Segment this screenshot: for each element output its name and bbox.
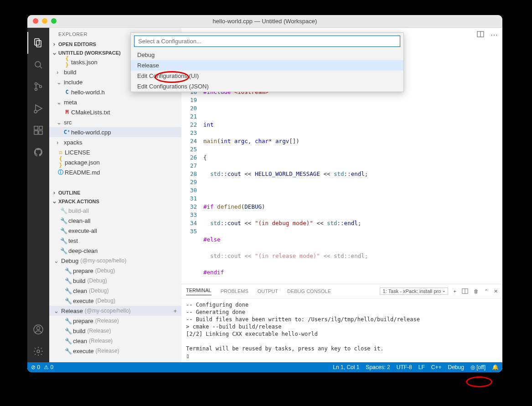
panel-tabs: TERMINAL PROBLEMS OUTPUT DEBUG CONSOLE 1… <box>181 284 502 298</box>
status-warnings[interactable]: ⚠ 0 <box>44 364 53 370</box>
more-actions-icon[interactable]: ⋯ <box>491 31 498 39</box>
svg-point-8 <box>34 110 37 113</box>
svg-point-5 <box>35 88 37 91</box>
svg-rect-0 <box>35 39 39 45</box>
svg-rect-12 <box>39 126 42 129</box>
file-readme[interactable]: ⓘREADME.md <box>49 167 181 177</box>
maximize-panel-icon[interactable]: ⌃ <box>484 288 488 294</box>
run-view-icon[interactable] <box>27 98 49 119</box>
split-terminal-icon[interactable] <box>462 288 468 294</box>
svg-rect-11 <box>39 131 42 134</box>
xpack-clean-all[interactable]: 🔧clean-all <box>49 216 181 226</box>
quickpick-item-edit-json[interactable]: Edit Configurations (JSON) <box>131 81 403 92</box>
split-editor-icon[interactable] <box>477 31 484 39</box>
svg-line-3 <box>40 67 42 69</box>
xpack-execute-all[interactable]: 🔧execute-all <box>49 226 181 236</box>
minimize-window-button[interactable] <box>42 18 47 24</box>
file-cmakelists[interactable]: MCMakeLists.txt <box>49 107 181 117</box>
status-language[interactable]: C++ <box>431 364 442 370</box>
close-panel-icon[interactable]: ✕ <box>494 288 498 294</box>
xpack-release-config[interactable]: ⌄Release(@my-scope/hello)+ <box>49 306 181 316</box>
extensions-view-icon[interactable] <box>27 119 49 141</box>
quickpick-item-edit-ui[interactable]: Edit Configurations (UI) <box>131 71 403 81</box>
terminal-output[interactable]: -- Configuring done -- Generating done -… <box>181 298 502 362</box>
editor-actions: ⋯ <box>477 31 498 39</box>
status-eol[interactable]: LF <box>418 364 425 370</box>
xpack-test[interactable]: 🔧test <box>49 236 181 246</box>
file-hello-world-cpp[interactable]: C⁺hello-world.cpp <box>49 127 181 137</box>
status-spaces[interactable]: Spaces: 2 <box>366 364 390 370</box>
terminal-selector[interactable]: 1: Task - xPack: install pro <box>380 288 448 295</box>
xpack-prepare-debug[interactable]: 🔧prepare(Debug) <box>49 266 181 276</box>
folder-xpacks[interactable]: ›xpacks <box>49 137 181 147</box>
xpack-deep-clean[interactable]: 🔧deep-clean <box>49 246 181 256</box>
svg-point-15 <box>37 350 40 353</box>
vscode-window: hello-world.cpp — Untitled (Workspace) <box>27 15 502 372</box>
scm-view-icon[interactable] <box>27 76 49 98</box>
folder-meta[interactable]: ⌄meta <box>49 97 181 107</box>
svg-point-2 <box>35 62 41 67</box>
close-window-button[interactable] <box>33 18 38 24</box>
new-terminal-icon[interactable]: + <box>454 288 456 294</box>
file-license[interactable]: ⚖LICENSE <box>49 147 181 157</box>
xpack-debug-config[interactable]: ⌄Debug(@my-scope/hello) <box>49 256 181 266</box>
xpack-clean-release[interactable]: 🔧clean(Release) <box>49 336 181 346</box>
quickpick: Debug Release Edit Configurations (UI) E… <box>130 32 404 92</box>
xpack-build-debug[interactable]: 🔧build(Debug) <box>49 276 181 286</box>
status-screencast[interactable]: ◎ [off] <box>470 364 486 370</box>
status-bar: ⊘ 0 ⚠ 0 Ln 1, Col 1 Spaces: 2 UTF-8 LF C… <box>27 362 502 372</box>
bottom-panel: TERMINAL PROBLEMS OUTPUT DEBUG CONSOLE 1… <box>181 284 502 362</box>
trash-terminal-icon[interactable]: 🗑 <box>474 288 479 294</box>
explorer-view-icon[interactable] <box>27 32 49 54</box>
svg-point-4 <box>35 83 37 85</box>
accounts-icon[interactable] <box>27 319 49 340</box>
xpack-actions-section[interactable]: ⌄XPACK ACTIONS <box>49 197 181 206</box>
window-controls <box>33 18 57 24</box>
quickpick-item-release[interactable]: Release <box>131 60 403 71</box>
svg-point-13 <box>37 327 40 330</box>
status-encoding[interactable]: UTF-8 <box>397 364 412 370</box>
quickpick-item-debug[interactable]: Debug <box>131 50 403 60</box>
search-view-icon[interactable] <box>27 54 49 76</box>
settings-gear-icon[interactable] <box>27 340 49 362</box>
status-lncol[interactable]: Ln 1, Col 1 <box>333 364 359 370</box>
tab-debug-console[interactable]: DEBUG CONSOLE <box>287 288 331 294</box>
xpack-build-release[interactable]: 🔧build(Release) <box>49 326 181 336</box>
xpack-actions-list: 🔧build-all 🔧clean-all 🔧execute-all 🔧test… <box>49 206 181 362</box>
github-view-icon[interactable] <box>27 141 49 163</box>
xpack-prepare-release[interactable]: 🔧prepare(Release) <box>49 316 181 326</box>
xpack-execute-release[interactable]: 🔧execute(Release) <box>49 346 181 356</box>
folder-src[interactable]: ⌄src <box>49 117 181 127</box>
xpack-clean-debug[interactable]: 🔧clean(Debug) <box>49 286 181 296</box>
svg-rect-9 <box>34 126 38 130</box>
window-title: hello-world.cpp — Untitled (Workspace) <box>27 18 502 25</box>
status-config[interactable]: Debug <box>448 364 464 370</box>
status-errors[interactable]: ⊘ 0 <box>31 364 40 370</box>
file-package-json[interactable]: { }package.json <box>49 157 181 167</box>
annotation-ellipse-debug <box>466 376 492 387</box>
xpack-build-all-faded[interactable]: 🔧build-all <box>49 206 181 216</box>
titlebar[interactable]: hello-world.cpp — Untitled (Workspace) <box>27 15 502 28</box>
tab-problems[interactable]: PROBLEMS <box>221 288 248 294</box>
svg-rect-10 <box>34 131 38 134</box>
zoom-window-button[interactable] <box>51 18 57 24</box>
tab-terminal[interactable]: TERMINAL <box>186 288 212 295</box>
tab-output[interactable]: OUTPUT <box>258 288 278 294</box>
xpack-execute-debug[interactable]: 🔧execute(Debug) <box>49 296 181 306</box>
svg-point-6 <box>40 86 42 88</box>
status-bell-icon[interactable]: 🔔 <box>492 364 499 370</box>
outline-section[interactable]: ›OUTLINE <box>49 188 181 197</box>
quickpick-input[interactable] <box>134 36 400 47</box>
svg-rect-1 <box>36 41 41 47</box>
activity-bar <box>27 28 49 362</box>
